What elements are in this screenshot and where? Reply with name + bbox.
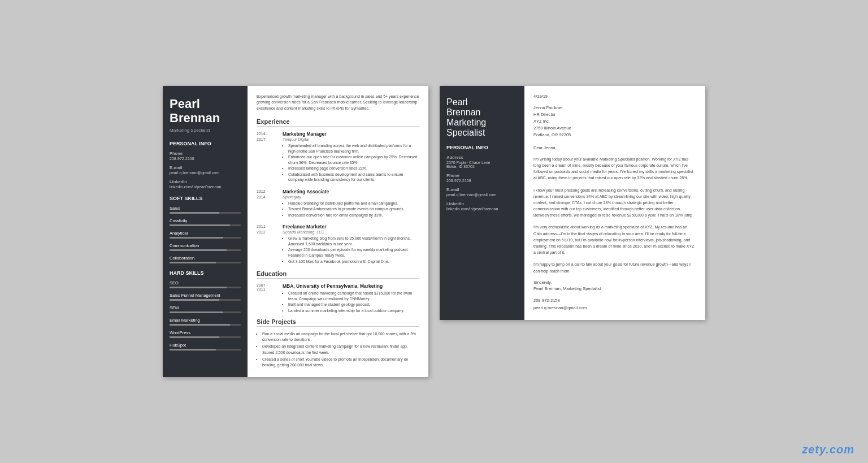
- experience-section-title: Experience: [257, 118, 419, 127]
- education-list: 2007 - 2011MBA, University of Pennsylvan…: [257, 283, 419, 314]
- resume-name-first: Pearl: [170, 97, 241, 111]
- resume-main: Experienced growth marketing manager wit…: [248, 86, 428, 377]
- exp-company: Secada Marketing, LLC: [283, 230, 419, 234]
- resume-linkedin-value: linkedin.com/in/pearl/brennan: [170, 185, 241, 189]
- cover-signature: Pearl Brennan, Marketing Specialist: [533, 286, 696, 291]
- cover-email-label: E-mail: [446, 187, 518, 192]
- soft-skill-bar-fill: [170, 237, 223, 239]
- recipient-name: Jenna Faulkner: [533, 105, 696, 111]
- hard-skill-name: WordPress: [170, 330, 241, 335]
- exp-job-title: Marketing Manager: [283, 131, 419, 137]
- resume-title: Marketing Specialist: [170, 128, 241, 133]
- cover-paragraph: I know your most pressing goals are incr…: [533, 187, 696, 219]
- recipient-city: Portland, OR 97205: [533, 132, 696, 139]
- exp-bullet: Trained Brand Ambassadors to promote eve…: [288, 206, 405, 212]
- cover-linkedin-label: LinkedIn: [446, 201, 518, 206]
- education-section-title: Education: [257, 270, 419, 279]
- soft-skill-bar-fill: [170, 249, 227, 251]
- soft-skill-name: Sales: [170, 206, 241, 211]
- cover-linkedin-value: linkedin.com/in/pearl/brennan: [446, 207, 518, 211]
- edu-bullet: Built and managed the student geology po…: [288, 302, 419, 308]
- exp-company: Tenquur Digital: [283, 137, 419, 141]
- experience-entry: 2012 - 2014Marketing AssociateSpiritegri…: [257, 189, 419, 219]
- cover-phone-value: 208-972-2158: [446, 179, 518, 183]
- resume-email-value: pearl.q.brennan@gmail.com: [170, 171, 241, 175]
- exp-bullets: Handled branding for distributed platfor…: [283, 201, 405, 218]
- hard-skill-name: Sales Funnel Management: [170, 293, 241, 298]
- resume-sidebar: Pearl Brennan Marketing Specialist Perso…: [163, 86, 248, 377]
- hard-skill-bar-bg: [170, 336, 241, 338]
- exp-content: Marketing AssociateSpiritegrityHandled b…: [283, 189, 405, 219]
- resume-personal-info-heading: Personal Info: [170, 141, 241, 146]
- soft-skill-bar-bg: [170, 249, 241, 251]
- edu-degree: MBA, University of Pennsylvania, Marketi…: [283, 283, 419, 289]
- side-projects-section-title: Side Projects: [257, 318, 419, 327]
- soft-skill-name: Collaboration: [170, 256, 241, 261]
- cover-paragraph: I'm very enthusiastic about working as a…: [533, 224, 696, 256]
- cover-contact-email: pearl.q.brennan@gmail.com: [533, 304, 696, 312]
- cover-contact-info: 208-972-2158 pearl.q.brennan@gmail.com: [533, 297, 696, 312]
- cover-name-last: Brennan: [446, 107, 518, 118]
- resume-phone-label: Phone: [170, 151, 241, 156]
- hard-skill-bar-fill: [170, 349, 216, 351]
- recipient-address: 2750 Illinois Avenue: [533, 125, 696, 132]
- exp-job-title: Freelance Marketer: [283, 224, 419, 230]
- hard-skill-bar-fill: [170, 336, 219, 338]
- cover-sidebar: Pearl Brennan Marketing Specialist Perso…: [440, 86, 524, 320]
- hard-skill-name: SEM: [170, 305, 241, 310]
- edu-bullet: Created an online marketing campaign tha…: [288, 291, 419, 301]
- side-projects-list: Ran a social media ad campaign for the l…: [257, 331, 419, 368]
- hard-skill-bar-bg: [170, 324, 241, 326]
- cover-contact-phone: 208-972-2158: [533, 297, 696, 305]
- cover-letter-document: Pearl Brennan Marketing Specialist Perso…: [440, 86, 705, 320]
- exp-bullet: Spearheaded all branding across the web …: [288, 143, 419, 154]
- exp-job-title: Marketing Associate: [283, 189, 405, 194]
- exp-bullet: Collaborated with business development a…: [288, 172, 419, 183]
- hard-skill-bar-fill: [170, 287, 227, 288]
- cover-title: Marketing Specialist: [446, 118, 518, 138]
- cover-name-first: Pearl: [446, 97, 518, 107]
- exp-bullets: Grew a marketing blog from zero to 25,00…: [283, 236, 419, 264]
- cover-salutation: Dear Jenna,: [533, 145, 696, 150]
- exp-bullet: Got 3,100 likes for a Facebook promotion…: [288, 259, 419, 265]
- cover-recipient: Jenna Faulkner HR Director XYZ Inc. 2750…: [533, 105, 696, 139]
- exp-bullet: Increased conversion rate for email camp…: [288, 213, 405, 218]
- cover-email-value: pearl.q.brennan@gmail.com: [446, 193, 518, 197]
- exp-bullet: Average 250 downloads per episode for my…: [288, 247, 419, 258]
- soft-skill-name: Communication: [170, 243, 241, 248]
- resume-hard-skills-heading: Hard Skills: [170, 270, 241, 276]
- experience-entry: 2011 - 2012Freelance MarketerSecada Mark…: [257, 224, 419, 265]
- cover-paragraph: I'm happy to jump on a call to talk abou…: [533, 261, 696, 274]
- recipient-company: XYZ Inc.: [533, 118, 696, 125]
- hard-skill-bar-bg: [170, 311, 241, 313]
- resume-summary: Experienced growth marketing manager wit…: [257, 94, 419, 112]
- exp-content: Marketing ManagerTenquur DigitalSpearhea…: [283, 131, 419, 183]
- soft-skill-bar-bg: [170, 262, 241, 263]
- hard-skill-name: HubSpot: [170, 343, 241, 348]
- cover-body: I'm writing today about your available M…: [533, 156, 696, 274]
- documents-container: Pearl Brennan Marketing Specialist Perso…: [163, 86, 705, 377]
- hard-skill-bar-bg: [170, 287, 241, 288]
- soft-skill-name: Creativity: [170, 218, 241, 223]
- exp-bullet: Handled branding for distributed platfor…: [288, 201, 405, 206]
- exp-dates: 2011 - 2012: [257, 224, 278, 265]
- cover-personal-info-heading: Personal Info: [446, 145, 518, 150]
- side-project-bullet: Ran a social media ad campaign for the l…: [262, 331, 419, 343]
- side-project-bullet: Developed an integrated content marketin…: [262, 344, 419, 355]
- cover-phone-label: Phone: [446, 173, 518, 178]
- hard-skill-name: SEO: [170, 280, 241, 285]
- exp-company: Spiritegrity: [283, 195, 405, 199]
- resume-linkedin-label: LinkedIn: [170, 179, 241, 184]
- soft-skill-bar-bg: [170, 224, 241, 226]
- exp-bullet: Enhanced our open rate for customer onli…: [288, 154, 419, 165]
- edu-bullet: Landed a summer marketing internship for…: [288, 308, 419, 314]
- education-entry: 2007 - 2011MBA, University of Pennsylvan…: [257, 283, 419, 314]
- cover-address-label: Address: [446, 155, 518, 160]
- experience-entry: 2014 - 2017Marketing ManagerTenquur Digi…: [257, 131, 419, 183]
- side-project-bullet: Created a series of short YouTube videos…: [262, 357, 419, 368]
- hard-skills-list: SEOSales Funnel ManagementSEMEmail Marke…: [170, 280, 241, 351]
- soft-skill-bar-fill: [170, 224, 230, 226]
- hard-skill-bar-bg: [170, 349, 241, 351]
- edu-content: MBA, University of Pennsylvania, Marketi…: [283, 283, 419, 314]
- edu-bullets: Created an online marketing campaign tha…: [283, 291, 419, 313]
